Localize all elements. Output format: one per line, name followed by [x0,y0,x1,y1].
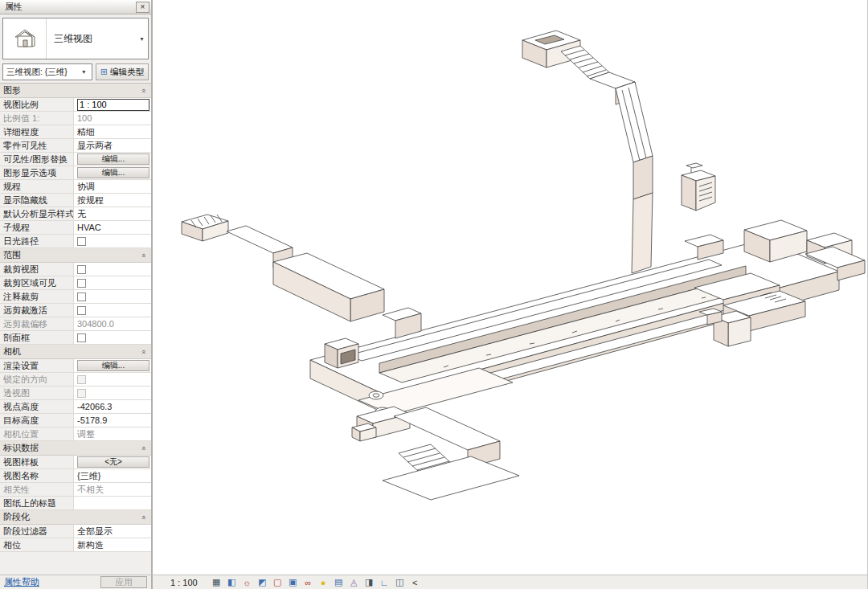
shadows-icon[interactable]: ◩ [256,576,268,588]
crop-view-icon[interactable]: ▢ [272,576,284,588]
property-value [74,304,151,317]
show-analytical-model-icon[interactable]: ◬ [348,576,360,588]
property-value [74,373,151,386]
edit-button[interactable]: 编辑... [77,167,149,178]
property-value[interactable]: 不相关 [74,483,151,496]
property-label: 渲染设置 [0,359,74,372]
property-value [74,387,151,399]
collapse-chevron-icon[interactable]: « [139,88,147,92]
apply-button[interactable]: 应用 [100,576,147,588]
property-label: 注释裁剪 [0,290,74,303]
property-label: 目标高度 [0,414,74,427]
reveal-constraints-icon[interactable]: ∟ [379,576,391,588]
collapse-chevron-icon[interactable]: « [139,253,147,257]
view-selector-combo[interactable]: 三维视图: {三维} ▾ [2,63,92,80]
property-label: 相机位置 [0,427,74,440]
detail-level-icon[interactable]: ▦ [211,576,223,588]
section-header-camera[interactable]: 相机« [0,345,151,359]
property-value[interactable]: 协调 [74,180,151,193]
property-value[interactable]: -42066.3 [74,400,151,413]
checkbox[interactable] [77,306,86,315]
property-value: 编辑... [74,359,151,372]
property-value[interactable]: 显示两者 [74,139,151,152]
property-row: 图纸上的标题 [0,497,151,510]
reveal-hidden-elements-icon[interactable]: ● [317,576,330,588]
edit-button[interactable]: 编辑... [77,360,149,371]
view-scale-input[interactable] [77,99,149,111]
section-header-extents[interactable]: 范围« [0,248,151,263]
property-row: 锁定的方向 [0,373,151,387]
checkbox[interactable] [77,292,86,301]
chevron-down-icon[interactable]: ▾ [136,18,148,59]
property-row: 子规程HVAC [0,221,151,235]
edit-type-icon: ⊞ [100,67,108,77]
property-label: 锁定的方向 [0,373,74,386]
edit-button[interactable]: 编辑... [77,153,149,165]
property-value[interactable]: 304800.0 [74,317,151,330]
properties-help-link[interactable]: 属性帮助 [4,576,39,588]
type-label: 三维视图 [47,18,136,59]
property-value[interactable]: -5178.9 [74,414,151,427]
3d-viewport[interactable] [153,0,867,575]
view-control-icons: ▦◧☼◩▢▣∞●▤◬◨∟◫< [211,576,421,588]
property-value[interactable]: 全部显示 [74,525,151,538]
edit-type-button[interactable]: ⊞ 编辑类型 [96,63,149,80]
chevron-down-icon: ▾ [78,68,90,76]
property-label: 远剪裁激活 [0,304,74,317]
property-row: 透视图 [0,387,151,400]
temporary-hide-isolate-icon[interactable]: ∞ [302,576,314,588]
show-crop-region-icon[interactable]: ▣ [287,576,299,588]
property-label: 视图名称 [0,469,74,482]
property-value[interactable]: 精细 [74,125,151,138]
section-header-phasing[interactable]: 阶段化« [0,510,151,525]
scale-button[interactable]: 1 : 100 [170,578,198,587]
property-row: 裁剪区域可见 [0,276,151,290]
checkbox[interactable] [77,279,86,288]
highlight-displacement-sets-icon[interactable]: ◨ [363,576,375,588]
property-value[interactable]: 无 [74,207,151,220]
temporary-view-properties-icon[interactable]: ▤ [333,576,345,588]
property-value[interactable]: 新构造 [74,538,151,551]
property-value[interactable]: 调整 [74,427,151,440]
visual-style-icon[interactable]: ◧ [226,576,238,588]
checkbox[interactable] [77,333,86,342]
section-header-graphics[interactable]: 图形« [0,84,151,98]
property-value[interactable]: 按规程 [74,194,151,207]
property-row: 相关性不相关 [0,483,151,497]
property-value [74,331,151,344]
property-row: 视点高度-42066.3 [0,400,151,414]
section-title: 图形 [3,84,21,96]
collapse-chevron-icon[interactable]: « [139,446,147,450]
property-value[interactable]: HVAC [74,221,151,234]
property-label: 图纸上的标题 [0,497,74,509]
property-value [74,290,151,303]
property-value[interactable]: {三维} [74,469,151,482]
property-row: 显示隐藏线按规程 [0,194,151,207]
property-label: 视图比例 [0,98,74,111]
type-selector[interactable]: 三维视图 ▾ [2,18,149,59]
collapse-chevron-icon[interactable]: « [139,350,147,354]
property-value[interactable] [74,497,151,509]
property-row: 日光路径 [0,235,151,248]
edit-button[interactable]: <无> [77,456,149,468]
checkbox[interactable] [77,237,86,246]
worksharing-display-icon[interactable]: ◫ [394,576,406,588]
property-label: 详细程度 [0,125,74,138]
property-label: 相关性 [0,483,74,496]
property-value[interactable]: 100 [74,112,151,125]
property-row: 图形显示选项编辑... [0,166,151,180]
checkbox[interactable] [77,265,86,274]
property-label: 裁剪视图 [0,263,74,276]
property-label: 日光路径 [0,235,74,247]
expand-chevron-icon[interactable]: < [409,576,421,588]
property-row: 默认分析显示样式无 [0,207,151,221]
property-row: 相机位置调整 [0,427,151,441]
property-row: 注释裁剪 [0,290,151,304]
close-icon[interactable]: × [136,2,149,13]
sun-path-icon[interactable]: ☼ [241,576,253,588]
properties-titlebar[interactable]: 属性 × [0,0,151,14]
section-header-identity[interactable]: 标识数据« [0,441,151,456]
property-label: 默认分析显示样式 [0,207,74,220]
property-row: 视图比例 [0,98,151,112]
collapse-chevron-icon[interactable]: « [139,515,147,519]
